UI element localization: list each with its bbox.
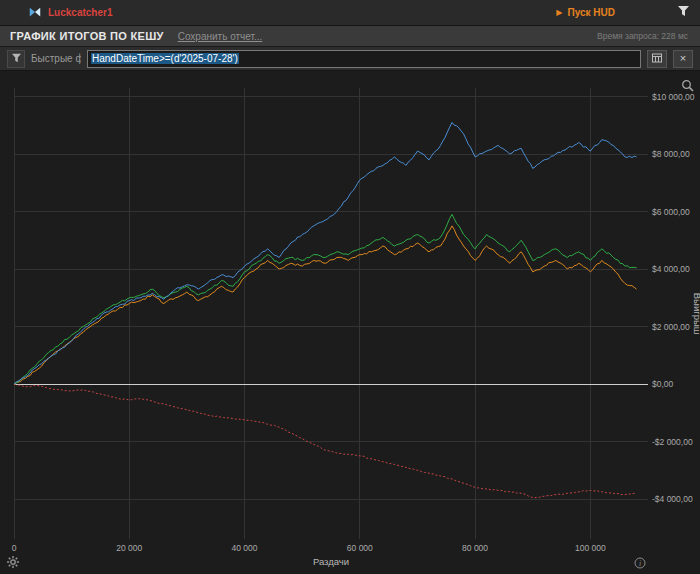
filter-funnel-button[interactable] bbox=[675, 3, 692, 22]
app-title[interactable]: Luckcatcher1 bbox=[48, 7, 112, 18]
x-tick-label: 60 000 bbox=[347, 543, 373, 553]
y-tick-label: -$4 000,00 bbox=[652, 494, 693, 504]
y-tick-label: $4 000,00 bbox=[652, 264, 690, 274]
y-tick-label: $8 000,00 bbox=[652, 149, 690, 159]
zoom-icon[interactable] bbox=[681, 79, 695, 93]
funnel-icon bbox=[11, 51, 22, 66]
x-axis-title: Раздачи bbox=[313, 556, 349, 567]
winnings-line-chart[interactable]: $10 000,00$8 000,00$6 000,00$4 000,00$2 … bbox=[0, 71, 700, 574]
calendar-icon bbox=[651, 52, 663, 66]
funnel-icon bbox=[677, 5, 690, 20]
top-bar-right: ▶ Пуск HUD bbox=[552, 3, 700, 22]
play-icon: ▶ bbox=[556, 9, 562, 17]
app-logo-icon bbox=[28, 4, 42, 22]
y-tick-label: $2 000,00 bbox=[652, 322, 690, 332]
report-title: ГРАФИК ИТОГОВ ПО КЕШУ bbox=[10, 30, 164, 42]
x-tick-label: 0 bbox=[12, 543, 17, 553]
y-tick-label: -$2 000,00 bbox=[652, 437, 693, 447]
svg-text:i: i bbox=[639, 559, 641, 568]
close-icon: × bbox=[680, 53, 686, 64]
cash-results-chart[interactable]: $10 000,00$8 000,00$6 000,00$4 000,00$2 … bbox=[0, 71, 700, 574]
filter-bar: Быстрые фильтры HandDateTime>=(d'2025-07… bbox=[0, 47, 700, 71]
quick-filters-label[interactable]: Быстрые фильтры bbox=[31, 53, 81, 64]
clear-filter-button[interactable]: × bbox=[673, 50, 693, 68]
x-tick-label: 100 000 bbox=[575, 543, 606, 553]
filter-expression-text: HandDateTime>=(d'2025-07-28') bbox=[91, 53, 239, 64]
y-axis-title: Выигрыш bbox=[692, 293, 700, 335]
series-line-red bbox=[14, 384, 637, 498]
filter-expression-input[interactable]: HandDateTime>=(d'2025-07-28') bbox=[87, 50, 641, 68]
query-time-text: Время запроса: 228 мс bbox=[597, 31, 690, 41]
series-line-blue bbox=[14, 122, 637, 384]
save-report-link[interactable]: Сохранить отчет... bbox=[178, 31, 263, 42]
top-bar: Luckcatcher1 ▶ Пуск HUD bbox=[0, 0, 700, 26]
start-hud-button[interactable]: ▶ Пуск HUD bbox=[552, 5, 619, 20]
x-tick-label: 80 000 bbox=[462, 543, 488, 553]
series-line-green bbox=[14, 214, 637, 384]
top-bar-left: Luckcatcher1 bbox=[0, 4, 112, 22]
date-range-button[interactable] bbox=[647, 50, 667, 68]
report-bar: ГРАФИК ИТОГОВ ПО КЕШУ Сохранить отчет...… bbox=[0, 26, 700, 47]
settings-gear-icon[interactable] bbox=[6, 555, 20, 569]
x-tick-label: 20 000 bbox=[116, 543, 142, 553]
info-icon[interactable]: i bbox=[634, 555, 646, 567]
y-tick-label: $0,00 bbox=[652, 379, 674, 389]
y-tick-label: $6 000,00 bbox=[652, 207, 690, 217]
app-window: Luckcatcher1 ▶ Пуск HUD ГРАФИК ИТОГОВ ПО… bbox=[0, 0, 700, 574]
x-tick-label: 40 000 bbox=[232, 543, 258, 553]
series-line-orange bbox=[14, 226, 637, 384]
quick-filter-button[interactable] bbox=[7, 50, 25, 68]
start-hud-label: Пуск HUD bbox=[567, 7, 615, 18]
